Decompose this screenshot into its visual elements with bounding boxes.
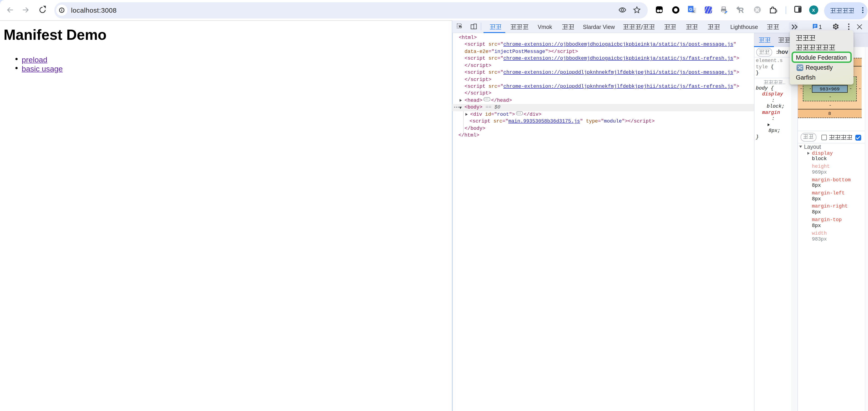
- svg-text:R: R: [738, 6, 744, 14]
